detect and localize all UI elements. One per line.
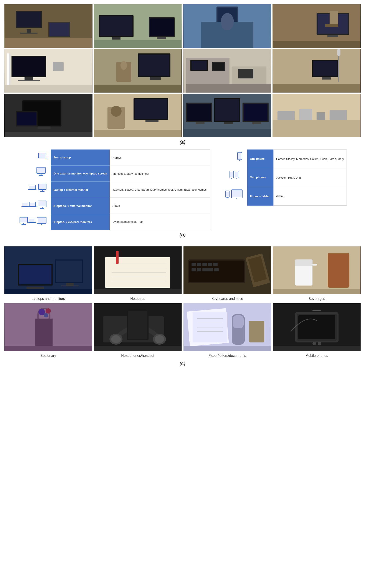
blue-labels-right: One phone Two phones Phone + tablet [247, 150, 273, 206]
svg-rect-169 [213, 263, 218, 266]
svg-rect-97 [37, 168, 45, 173]
category-photo-laptops [4, 246, 92, 294]
svg-rect-167 [202, 263, 207, 266]
svg-rect-151 [61, 286, 79, 287]
white-cell-1: Harriet [110, 150, 210, 166]
svg-rect-190 [5, 346, 92, 351]
svg-rect-141 [232, 190, 242, 197]
svg-rect-108 [22, 202, 28, 206]
blue-cell-1: Just a laptop [51, 150, 110, 165]
category-photo-notepads [94, 246, 182, 294]
svg-rect-26 [327, 35, 338, 37]
desk-photo-8 [273, 49, 361, 93]
desk-photo-4 [273, 4, 361, 48]
svg-rect-84 [243, 104, 267, 121]
section-b-label: (b) [179, 232, 185, 238]
svg-rect-172 [202, 268, 213, 271]
section-c: Laptops and monitors [4, 246, 361, 366]
svg-rect-38 [5, 85, 92, 93]
category-photo-paper [183, 303, 271, 351]
left-icons-column [18, 150, 51, 230]
category-photo-headphones [94, 303, 182, 351]
desk-photo-2 [94, 4, 182, 48]
blue-cell-right-2: Two phones [247, 168, 273, 187]
svg-rect-60 [322, 77, 331, 79]
icon-row-laptop-2monitors [18, 213, 49, 230]
svg-rect-170 [191, 268, 196, 271]
svg-rect-115 [42, 207, 42, 208]
category-item-laptops: Laptops and monitors [4, 246, 92, 301]
svg-rect-9 [5, 38, 92, 48]
icon-row-monitor [18, 164, 49, 180]
svg-rect-171 [197, 268, 201, 271]
svg-rect-65 [38, 126, 51, 129]
section-b: Just a laptop One external monitor, w/o … [4, 150, 361, 242]
blue-cell-right-3: Phone + tablet [247, 187, 273, 206]
svg-rect-160 [116, 251, 119, 264]
svg-rect-88 [273, 120, 360, 137]
svg-rect-44 [120, 61, 127, 70]
svg-rect-104 [39, 184, 46, 189]
svg-rect-199 [94, 346, 181, 351]
category-item-beverages: Beverages [273, 246, 361, 301]
icon-row-phone-tablet [224, 187, 245, 206]
svg-rect-105 [42, 189, 43, 191]
svg-rect-45 [94, 85, 181, 93]
svg-rect-86 [184, 129, 271, 137]
svg-rect-79 [196, 122, 204, 124]
icon-row-2laptops-monitor [18, 197, 49, 213]
svg-point-216 [318, 342, 321, 345]
svg-rect-118 [20, 218, 27, 222]
category-photo-beverages [273, 246, 361, 294]
icon-row-laptop-monitor [18, 180, 49, 197]
svg-rect-59 [313, 61, 337, 76]
svg-rect-17 [94, 40, 181, 48]
category-photo-keyboards [183, 246, 271, 294]
left-diagram-table: Just a laptop One external monitor, w/o … [51, 150, 211, 230]
svg-rect-92 [330, 110, 347, 120]
svg-rect-54 [238, 69, 253, 79]
blue-cell-5: 1 laptop, 2 external monitors [51, 214, 110, 230]
desk-photo-11 [183, 94, 271, 137]
svg-rect-132 [230, 172, 233, 177]
svg-rect-166 [197, 263, 201, 266]
desk-photo-6 [94, 49, 182, 93]
svg-rect-37 [53, 62, 64, 71]
desk-photo-7 [183, 49, 271, 93]
svg-point-189 [44, 313, 48, 317]
svg-point-142 [237, 198, 237, 199]
svg-rect-182 [273, 289, 360, 294]
section-c-label: (c) [4, 361, 361, 366]
category-label-headphones: Headphones/headset [120, 353, 155, 359]
svg-rect-12 [100, 16, 133, 36]
svg-rect-138 [226, 192, 229, 196]
svg-rect-95 [37, 158, 47, 159]
svg-rect-209 [249, 321, 264, 343]
svg-rect-149 [56, 260, 82, 282]
left-diagram: Just a laptop One external monitor, w/o … [18, 150, 211, 230]
white-cell-right-2: Jackson, Ruth, Una [274, 168, 347, 187]
category-item-notepads: Notepads [94, 246, 182, 301]
svg-rect-28 [325, 24, 338, 27]
desk-photo-10 [94, 94, 182, 137]
svg-rect-89 [278, 111, 295, 120]
desk-photo-3 [183, 4, 271, 48]
white-cell-right-1: Harriet, Stacey, Mercedes, Calum, Ewan, … [274, 150, 347, 168]
svg-rect-67 [17, 112, 36, 125]
svg-rect-15 [150, 18, 174, 36]
svg-rect-112 [29, 207, 36, 207]
svg-rect-214 [298, 315, 335, 339]
svg-rect-57 [337, 49, 340, 56]
svg-rect-75 [94, 130, 181, 137]
svg-rect-210 [184, 346, 271, 351]
svg-rect-125 [38, 218, 46, 223]
svg-rect-217 [312, 310, 321, 311]
svg-rect-27 [330, 11, 338, 24]
svg-rect-94 [39, 153, 45, 158]
svg-rect-68 [5, 132, 92, 137]
category-item-headphones: Headphones/headset [94, 303, 182, 359]
category-label-beverages: Beverages [308, 296, 326, 301]
svg-rect-48 [186, 84, 271, 93]
svg-rect-101 [29, 186, 35, 189]
svg-rect-6 [49, 23, 69, 36]
